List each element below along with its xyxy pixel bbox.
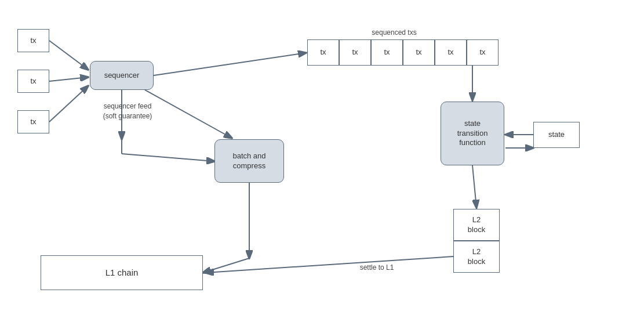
svg-line-1 bbox=[49, 41, 88, 70]
state-box: state bbox=[533, 122, 580, 148]
l2-block-2: L2block bbox=[453, 241, 500, 273]
svg-line-15 bbox=[206, 256, 453, 273]
svg-line-3 bbox=[49, 86, 88, 122]
seq-tx-1: tx bbox=[307, 39, 339, 66]
l2-block-1: L2block bbox=[453, 209, 500, 241]
sequencer-feed-label: sequencer feed(soft guarantee) bbox=[90, 102, 165, 121]
seq-tx-5: tx bbox=[435, 39, 467, 66]
tx-input-3: tx bbox=[17, 110, 49, 133]
diagram: tx tx tx sequencer sequenced txs tx tx t… bbox=[0, 0, 644, 329]
seq-tx-3: tx bbox=[371, 39, 403, 66]
svg-line-7 bbox=[122, 154, 214, 161]
svg-line-4 bbox=[154, 53, 306, 75]
seq-tx-2: tx bbox=[339, 39, 371, 66]
l1-chain-box: L1 chain bbox=[41, 255, 203, 290]
seq-tx-6: tx bbox=[467, 39, 499, 66]
sequencer-box: sequencer bbox=[90, 61, 154, 90]
tx-input-2: tx bbox=[17, 70, 49, 93]
seq-tx-4: tx bbox=[403, 39, 435, 66]
tx-input-1: tx bbox=[17, 29, 49, 52]
svg-line-10 bbox=[203, 258, 249, 273]
state-transition-box: statetransitionfunction bbox=[441, 102, 504, 165]
batch-compress-box: batch andcompress bbox=[214, 139, 284, 183]
svg-line-2 bbox=[49, 77, 88, 81]
svg-line-14 bbox=[472, 165, 476, 208]
sequenced-txs-label: sequenced txs bbox=[354, 28, 435, 38]
settle-to-l1-label: settle to L1 bbox=[342, 263, 412, 273]
